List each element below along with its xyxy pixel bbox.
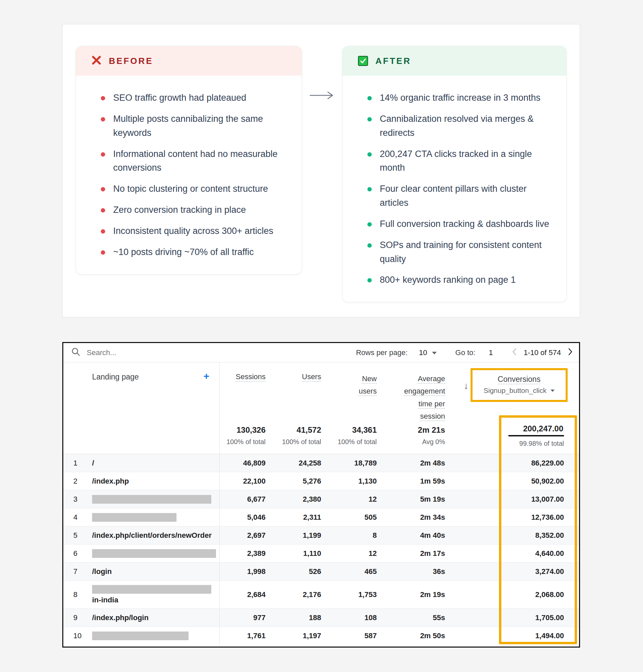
search-box[interactable]	[71, 347, 356, 358]
cell-new-users: 1,753	[325, 581, 381, 608]
cell-sessions: 2,697	[219, 526, 270, 544]
cell-users: 188	[270, 609, 325, 626]
x-icon	[92, 55, 101, 66]
chevron-left-icon[interactable]	[512, 348, 517, 358]
totals-users: 41,572 100% of total	[270, 417, 325, 454]
cell-new-users: 18,789	[325, 454, 381, 472]
cell-users: 2,380	[270, 490, 325, 508]
bullet-dot-icon	[367, 222, 372, 226]
totals-sessions: 130,326 100% of total	[219, 417, 270, 454]
cell-conversions: 8,352.00	[449, 526, 579, 544]
cell-new-users: 587	[325, 627, 381, 645]
cell-conversions: 50,902.00	[449, 472, 579, 490]
row-number: 4	[63, 508, 84, 526]
conversions-header[interactable]: ↓ Conversions Signup_button_click	[449, 362, 579, 423]
cell-users: 526	[270, 562, 325, 580]
after-panel-header: AFTER	[343, 46, 566, 76]
pagination-range: 1-10 of 574	[524, 348, 561, 357]
bullet-dot-icon	[367, 96, 372, 100]
row-number: 6	[63, 545, 84, 562]
goto-label: Go to:	[456, 348, 475, 357]
table-row: 36,6772,380125m 19s13,007.00	[63, 490, 579, 508]
cell-conversions: 1,705.00	[449, 609, 579, 626]
cell-avg-engagement: 36s	[381, 562, 449, 580]
cell-landing-page: /login	[84, 562, 219, 580]
before-bullet-list: SEO traffic growth had plateauedMultiple…	[92, 91, 292, 259]
new-users-header[interactable]: New users	[325, 362, 381, 423]
cell-users: 5,276	[270, 472, 325, 490]
redacted-path	[92, 585, 211, 594]
row-number: 9	[63, 609, 84, 626]
row-number: 2	[63, 472, 84, 490]
cell-avg-engagement: 2m 17s	[381, 545, 449, 562]
chevron-down-icon	[550, 389, 555, 392]
totals-new-users: 34,361 100% of total	[325, 417, 381, 454]
totals-avg-engagement: 2m 21s Avg 0%	[381, 417, 449, 454]
bullet-item: SEO traffic growth had plateaued	[101, 91, 292, 105]
landing-page-header[interactable]: Landing page +	[84, 362, 219, 423]
table-row: 9/index.php/login97718810855s1,705.00	[63, 609, 579, 627]
avg-engagement-header[interactable]: Average engagement time per session	[381, 362, 449, 423]
add-column-icon[interactable]: +	[203, 373, 209, 380]
rows-per-page-select[interactable]: 10	[419, 348, 436, 357]
conversion-event-dropdown[interactable]: Signup_button_click	[484, 387, 555, 395]
row-number: 7	[63, 562, 84, 580]
cell-landing-page	[84, 545, 219, 562]
cell-landing-page: in-india	[84, 581, 219, 608]
cell-conversions: 2,068.00	[449, 581, 579, 608]
cell-avg-engagement: 55s	[381, 609, 449, 626]
cell-landing-page	[84, 490, 219, 508]
bullet-dot-icon	[367, 278, 372, 283]
cell-avg-engagement: 2m 34s	[381, 508, 449, 526]
rows-per-page-label: Rows per page:	[356, 348, 408, 357]
cell-users: 1,110	[270, 545, 325, 562]
landing-page-path: /login	[92, 567, 112, 576]
cell-users: 2,176	[270, 581, 325, 608]
bullet-item: Multiple posts cannibalizing the same ke…	[101, 112, 292, 140]
conversions-header-highlight[interactable]: Conversions Signup_button_click	[471, 368, 568, 402]
landing-page-path: /index.php/login	[92, 613, 149, 622]
totals-conversions: 200,247.00 99.98% of total	[449, 417, 579, 454]
landing-page-path: in-india	[92, 596, 118, 605]
users-header[interactable]: Users	[270, 362, 325, 423]
cell-sessions: 22,100	[219, 472, 270, 490]
cell-users: 2,311	[270, 508, 325, 526]
chevron-right-icon[interactable]	[568, 348, 573, 358]
cell-landing-page	[84, 508, 219, 526]
cell-sessions: 6,677	[219, 490, 270, 508]
before-panel-body: SEO traffic growth had plateauedMultiple…	[76, 76, 302, 274]
before-panel-header: BEFORE	[76, 46, 302, 76]
goto-page-input[interactable]: 1	[489, 348, 493, 357]
cell-landing-page	[84, 627, 219, 645]
redacted-path	[92, 549, 216, 558]
cell-new-users: 465	[325, 562, 381, 580]
bullet-dot-icon	[101, 96, 105, 100]
bullet-dot-icon	[101, 117, 105, 122]
bullet-item: Informational content had no measurable …	[101, 147, 292, 175]
table-row: 101,7611,1975872m 50s1,494.00	[63, 627, 579, 645]
cell-landing-page: /index.php/client/orders/newOrder	[84, 526, 219, 544]
bullet-item: ~10 posts driving ~70% of all traffic	[101, 245, 292, 259]
table-row: 62,3891,110122m 17s4,640.00	[63, 545, 579, 562]
cell-sessions: 2,389	[219, 545, 270, 562]
row-number: 8	[63, 581, 84, 608]
landing-page-path: /index.php/client/orders/newOrder	[92, 531, 212, 540]
redacted-path	[92, 495, 211, 504]
before-title: BEFORE	[109, 56, 153, 66]
bullet-item: 14% organic traffic increase in 3 months	[367, 91, 557, 105]
search-input[interactable]	[86, 348, 228, 358]
sessions-header[interactable]: Sessions	[219, 362, 270, 423]
table-toolbar: Rows per page: 10 Go to: 1 1-10 of 574	[63, 343, 579, 362]
row-number: 10	[63, 627, 84, 645]
analytics-table: Rows per page: 10 Go to: 1 1-10 of 574 L…	[62, 342, 580, 648]
cell-avg-engagement: 2m 48s	[381, 454, 449, 472]
table-totals-row: 130,326 100% of total 41,572 100% of tot…	[63, 417, 579, 454]
bullet-dot-icon	[101, 250, 105, 255]
after-title: AFTER	[375, 56, 411, 66]
cell-sessions: 1,761	[219, 627, 270, 645]
bullet-item: 800+ keywords ranking on page 1	[367, 273, 557, 287]
landing-page-path: /index.php	[92, 477, 129, 486]
bullet-dot-icon	[367, 187, 372, 191]
cell-conversions: 86,229.00	[449, 454, 579, 472]
before-panel: BEFORE SEO traffic growth had plateauedM…	[76, 46, 302, 274]
